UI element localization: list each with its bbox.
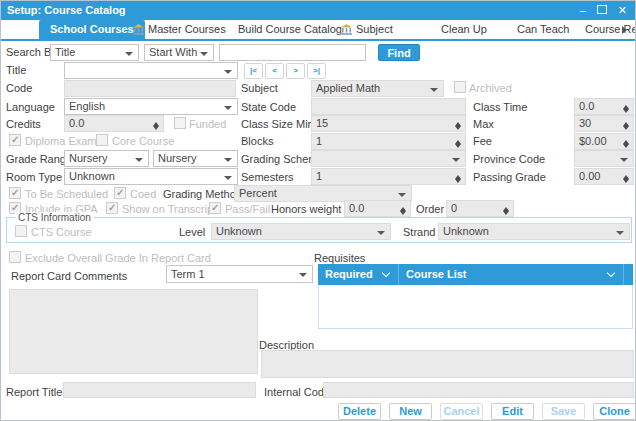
province-code-label: Province Code (473, 153, 545, 166)
grid-header-spacer (624, 264, 633, 285)
save-button[interactable]: Save (542, 403, 585, 420)
semesters-label: Semesters (241, 171, 294, 184)
tab-build-course-catalog[interactable]: Build Course Catalog (238, 20, 342, 39)
order-stepper[interactable]: 0 (446, 200, 514, 217)
find-button[interactable]: Find (378, 44, 420, 61)
term-select[interactable]: Term 1 (166, 265, 313, 283)
search-operator-select[interactable]: Start With (144, 44, 214, 61)
semesters-stepper[interactable]: 1 (311, 168, 466, 185)
previous-record-button[interactable]: < (265, 63, 284, 79)
tab-label: Master Courses (148, 20, 226, 39)
cts-course-checkbox[interactable] (15, 225, 27, 237)
title-label: Title (6, 64, 26, 77)
state-code-field[interactable] (311, 98, 466, 115)
school-icon (341, 24, 352, 35)
grade-range-from-select[interactable]: Nursery (64, 150, 149, 167)
new-button[interactable]: New (389, 403, 432, 420)
diploma-exam-checkbox[interactable] (9, 134, 21, 146)
first-record-button[interactable]: |< (244, 63, 263, 79)
class-size-min-label: Class Size Min (241, 118, 314, 131)
grade-range-to-select[interactable]: Nursery (153, 150, 238, 167)
code-label: Code (6, 82, 32, 95)
diploma-exam-label: Diploma Exam (25, 135, 97, 148)
search-by-select[interactable]: Title (50, 44, 139, 61)
close-button[interactable]: ✕ (618, 1, 627, 20)
edit-button[interactable]: Edit (491, 403, 534, 420)
minimize-button[interactable]: – (580, 1, 586, 20)
tab-overflow-arrow-icon[interactable] (622, 26, 631, 34)
subject-select[interactable]: Applied Math (311, 80, 444, 97)
coed-checkbox[interactable] (114, 187, 126, 199)
course-list-column-header[interactable]: Course List (399, 264, 624, 285)
report-card-comments-textarea[interactable] (9, 289, 258, 374)
chevron-down-icon[interactable] (382, 269, 390, 277)
restore-icon (597, 5, 607, 14)
search-input[interactable] (219, 44, 366, 61)
last-record-button[interactable]: >| (307, 63, 326, 79)
requisites-grid-body[interactable] (318, 285, 633, 329)
blocks-label: Blocks (241, 135, 273, 148)
passing-grade-stepper[interactable]: 0.00 (574, 168, 634, 185)
funded-checkbox[interactable] (174, 117, 186, 129)
archived-label: Archived (469, 82, 512, 95)
province-code-select[interactable] (574, 150, 634, 167)
tab-master-courses[interactable]: Master Courses (133, 20, 226, 39)
exclude-overall-grade-label: Exclude Overall Grade In Report Card (25, 252, 211, 265)
window-titlebar: Setup: Course Catalog – ✕ (1, 1, 635, 20)
fee-stepper[interactable]: $0.00 (574, 133, 634, 150)
room-type-label: Room Type (6, 171, 62, 184)
pass-fail-checkbox[interactable] (209, 202, 221, 214)
level-select[interactable]: Unknown (211, 223, 391, 240)
order-label: Order (416, 203, 444, 216)
class-time-stepper[interactable]: 0.0 (574, 98, 634, 115)
report-title-field[interactable] (63, 382, 256, 398)
honors-weight-stepper[interactable]: 0.0 (344, 200, 411, 217)
tab-label: School Courses (50, 20, 134, 39)
tab-school-courses[interactable]: School Courses (39, 20, 145, 39)
exclude-overall-grade-checkbox[interactable] (9, 251, 21, 263)
show-on-transcript-checkbox[interactable] (106, 202, 118, 214)
language-label: Language (6, 101, 55, 114)
tab-can-teach[interactable]: Can Teach (517, 20, 569, 39)
title-select[interactable] (64, 62, 238, 79)
tab-subject[interactable]: Subject (341, 20, 393, 39)
internal-code-field[interactable] (323, 382, 634, 398)
grading-scheme-select[interactable] (311, 150, 466, 167)
code-field[interactable] (64, 80, 236, 97)
honors-weight-label: Honors weight (271, 203, 341, 216)
description-textarea[interactable] (261, 350, 634, 378)
delete-button[interactable]: Delete (338, 403, 381, 420)
credits-stepper[interactable]: 0.0 (64, 115, 164, 132)
required-column-header[interactable]: Required (318, 264, 399, 285)
maximize-button[interactable] (597, 1, 607, 20)
action-button-row: Delete New Cancel Edit Save Clone (331, 403, 636, 420)
subject-label: Subject (241, 82, 278, 95)
column-header-label: Course List (406, 268, 467, 280)
archived-checkbox[interactable] (454, 81, 466, 93)
to-be-scheduled-checkbox[interactable] (9, 187, 21, 199)
window-title: Setup: Course Catalog (7, 1, 126, 20)
strand-select[interactable]: Unknown (438, 223, 630, 240)
show-on-transcript-label: Show on Transcript (122, 203, 216, 216)
next-record-button[interactable]: > (286, 63, 305, 79)
grading-method-label: Grading Method (163, 188, 242, 201)
tab-bar: School Courses Master Courses Build Cour… (1, 20, 635, 41)
cancel-button[interactable]: Cancel (440, 403, 483, 420)
blocks-stepper[interactable]: 1 (311, 133, 466, 150)
tab-label: Subject (356, 20, 393, 39)
grade-range-label: Grade Range (6, 153, 72, 166)
to-be-scheduled-label: To Be Scheduled (25, 188, 108, 201)
class-time-label: Class Time (473, 101, 527, 114)
room-type-select[interactable]: Unknown (64, 168, 238, 185)
language-select[interactable]: English (64, 98, 238, 115)
level-label: Level (179, 226, 205, 239)
column-header-label: Required (325, 268, 373, 280)
tab-clean-up[interactable]: Clean Up (441, 20, 487, 39)
requisites-grid-header: Required Course List (318, 264, 633, 285)
core-course-checkbox[interactable] (96, 134, 108, 146)
class-size-min-stepper[interactable]: 15 (311, 115, 466, 132)
clone-button[interactable]: Clone (593, 403, 636, 420)
chevron-down-icon[interactable] (607, 269, 615, 277)
core-course-label: Core Course (112, 135, 174, 148)
max-stepper[interactable]: 30 (574, 115, 634, 132)
